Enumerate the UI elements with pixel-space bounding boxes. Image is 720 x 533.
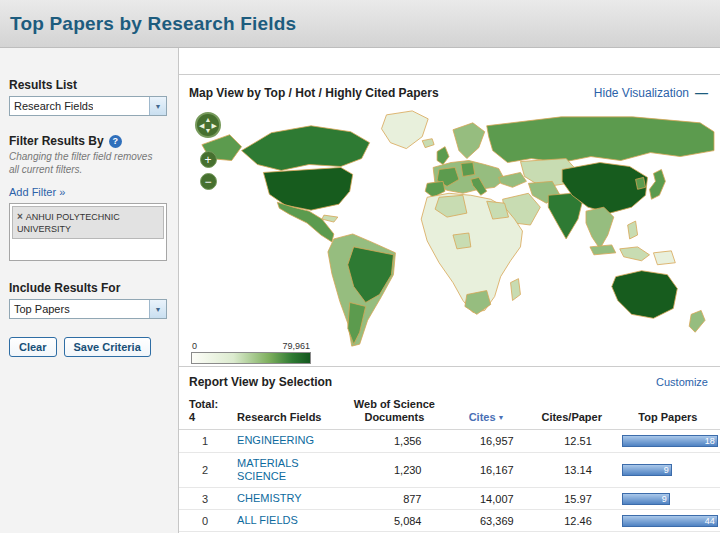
cites-per-paper-value: 13.14: [528, 452, 616, 487]
top-papers-bar: 44: [622, 515, 718, 527]
page-title: Top Papers by Research Fields: [10, 13, 296, 35]
column-header-cites-per-paper[interactable]: Cites/Paper: [528, 395, 616, 430]
top-papers-bar: 9: [622, 464, 672, 476]
pan-right-icon[interactable]: ▶: [212, 122, 217, 129]
column-header-top-papers[interactable]: Top Papers: [616, 395, 720, 430]
legend-gradient-bar: [191, 352, 311, 364]
rank-cell: 1: [179, 430, 231, 452]
country-korea: [636, 177, 646, 189]
pan-down-icon[interactable]: ▼: [205, 127, 212, 134]
include-results-value: Top Papers: [10, 303, 70, 315]
country-indonesia-west: [590, 245, 616, 255]
table-row: 0 ALL FIELDS 5,084 63,369 12.46 44: [179, 510, 720, 532]
clear-button[interactable]: Clear: [9, 337, 57, 357]
docs-value: 877: [343, 487, 445, 509]
results-list-value: Research Fields: [10, 100, 93, 112]
add-filter-link[interactable]: Add Filter »: [9, 186, 65, 198]
map-view-title: Map View by Top / Hot / Highly Cited Pap…: [189, 86, 439, 100]
table-header-row: Total: 4 Research Fields Web of Science …: [179, 395, 720, 430]
zoom-out-button[interactable]: −: [200, 173, 217, 190]
cites-value: 63,369: [445, 510, 527, 532]
field-link[interactable]: ALL FIELDS: [237, 514, 298, 526]
country-new-guinea: [653, 251, 675, 265]
rank-cell: 0: [179, 510, 231, 532]
docs-value: 5,084: [343, 510, 445, 532]
field-link[interactable]: CHEMISTRY: [237, 492, 302, 504]
total-count: Total: 4: [179, 395, 231, 430]
hide-visualization-link[interactable]: Hide Visualization —: [594, 85, 708, 100]
results-list-label: Results List: [9, 78, 169, 92]
cites-per-paper-value: 12.46: [528, 510, 616, 532]
save-criteria-button[interactable]: Save Criteria: [64, 337, 151, 357]
cites-per-paper-value: 15.97: [528, 487, 616, 509]
top-papers-bar: 9: [622, 493, 670, 505]
collapse-icon: —: [695, 85, 708, 100]
cites-per-paper-value: 12.51: [528, 430, 616, 452]
cites-value: 14,007: [445, 487, 527, 509]
top-papers-bar: 18: [622, 435, 718, 447]
rank-cell: 3: [179, 487, 231, 509]
main-panel: Map View by Top / Hot / Highly Cited Pap…: [179, 48, 720, 533]
sidebar: Results List Research Fields ▼ Filter Re…: [0, 48, 179, 533]
report-view-title: Report View by Selection: [189, 375, 332, 389]
legend-min-label: 0: [192, 341, 197, 351]
remove-filter-icon[interactable]: ×: [17, 211, 23, 222]
country-russia: [487, 117, 714, 163]
table-row: 3 CHEMISTRY 877 14,007 15.97 9: [179, 487, 720, 509]
world-map-svg: [184, 106, 715, 356]
zoom-in-button[interactable]: +: [200, 151, 217, 168]
results-list-select[interactable]: Research Fields ▼: [9, 96, 167, 116]
customize-link[interactable]: Customize: [656, 376, 708, 388]
cites-value: 16,957: [445, 430, 527, 452]
column-header-documents[interactable]: Web of Science Documents: [343, 395, 445, 430]
docs-value: 1,356: [343, 430, 445, 452]
docs-value: 1,230: [343, 452, 445, 487]
rank-cell: 2: [179, 452, 231, 487]
include-results-label: Include Results For: [9, 281, 169, 295]
filter-tag[interactable]: ×ANHUI POLYTECHNIC UNIVERSITY: [12, 206, 164, 239]
filter-tag-label: ANHUI POLYTECHNIC UNIVERSITY: [17, 212, 120, 234]
report-table: Total: 4 Research Fields Web of Science …: [179, 395, 720, 532]
include-results-select[interactable]: Top Papers ▼: [9, 299, 167, 319]
legend-max-label: 79,961: [282, 341, 310, 351]
content: Results List Research Fields ▼ Filter Re…: [0, 48, 720, 533]
world-map[interactable]: ▲ ◀ ▶ ▼ + − 0 79,961: [179, 104, 720, 366]
cites-value: 16,167: [445, 452, 527, 487]
page-header: Top Papers by Research Fields: [0, 0, 720, 48]
country-germany: [461, 163, 475, 177]
field-link[interactable]: MATERIALS SCIENCE: [237, 457, 299, 482]
filter-results-by-label: Filter Results By: [9, 134, 104, 148]
report-section: Report View by Selection Customize Total…: [179, 366, 720, 532]
filter-note: Changing the filter field removes all cu…: [9, 151, 159, 176]
filter-list: ×ANHUI POLYTECHNIC UNIVERSITY: [9, 203, 167, 261]
column-header-cites[interactable]: Cites▼: [445, 395, 527, 430]
chevron-down-icon: ▼: [149, 97, 166, 115]
column-header-research-fields[interactable]: Research Fields: [231, 395, 343, 430]
pan-control[interactable]: ▲ ◀ ▶ ▼: [195, 112, 221, 138]
pan-up-icon[interactable]: ▲: [205, 116, 212, 123]
table-row: 1 ENGINEERING 1,356 16,957 12.51 18: [179, 430, 720, 452]
field-link[interactable]: ENGINEERING: [237, 434, 314, 446]
chevron-down-icon: ▼: [149, 300, 166, 318]
map-controls: ▲ ◀ ▶ ▼ + −: [195, 112, 221, 190]
sort-desc-icon: ▼: [498, 414, 505, 421]
map-legend: 0 79,961: [191, 341, 311, 364]
zoom-controls: + −: [200, 151, 217, 190]
help-icon[interactable]: ?: [109, 135, 122, 148]
table-row: 2 MATERIALS SCIENCE 1,230 16,167 13.14 9: [179, 452, 720, 487]
